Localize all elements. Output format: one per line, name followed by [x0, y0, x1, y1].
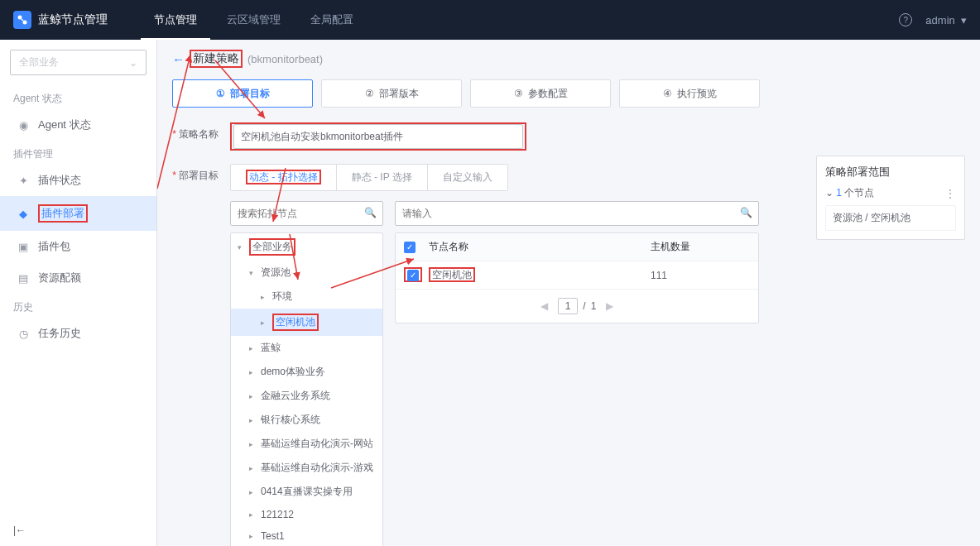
nav-node-mgmt[interactable]: 节点管理	[141, 0, 210, 40]
step-deploy-target[interactable]: ①部署目标	[172, 79, 313, 108]
pager-next[interactable]: ▶	[601, 299, 618, 314]
step-deploy-version[interactable]: ②部署版本	[321, 79, 462, 108]
col-node-name: 节点名称	[429, 240, 651, 254]
tree-node[interactable]: ▾资源池	[231, 261, 382, 285]
tree-node[interactable]: ▸空闲机池	[231, 309, 382, 336]
sidebar-item-agent-status[interactable]: ◉ Agent 状态	[0, 109, 156, 141]
row-policy-name: 策略名称	[172, 122, 965, 151]
tree-search-input[interactable]	[230, 201, 383, 226]
tree-node[interactable]: ▸121212	[231, 504, 382, 525]
more-icon[interactable]: ⋮	[945, 188, 956, 199]
pager-total: 1	[591, 300, 597, 312]
logo-icon	[13, 11, 31, 29]
tree-node[interactable]: ▸基础运维自动化演示-网站	[231, 432, 382, 456]
quota-icon: ▤	[17, 271, 30, 285]
checkbox-all[interactable]: ✓	[404, 242, 416, 253]
package-icon: ▣	[17, 240, 30, 253]
main-content: ← 新建策略 (bkmonitorbeat) ①部署目标 ②部署版本 ③参数配置…	[157, 40, 980, 546]
caret-icon: ▸	[249, 416, 257, 424]
breadcrumb: ← 新建策略 (bkmonitorbeat)	[172, 50, 965, 68]
help-icon[interactable]: ?	[899, 13, 912, 26]
target-tabs: 动态 - 拓扑选择 静态 - IP 选择 自定义输入	[230, 164, 508, 191]
tree-node[interactable]: ▸0414直播课实操专用	[231, 480, 382, 504]
tree-node[interactable]: ▸蓝鲸	[231, 336, 382, 360]
step-preview[interactable]: ④执行预览	[619, 79, 760, 108]
label-deploy-target: 部署目标	[172, 164, 230, 183]
svg-point-1	[23, 21, 27, 25]
scope-title: 策略部署范围	[825, 165, 956, 180]
caret-icon: ▸	[249, 464, 257, 472]
topo-tree: ▾全部业务▾资源池▸环境▸空闲机池▸蓝鲸▸demo体验业务▸金融云业务系统▸银行…	[230, 232, 383, 546]
search-icon: 🔍	[364, 207, 377, 218]
search-icon: 🔍	[740, 207, 752, 218]
svg-point-0	[18, 16, 22, 20]
nav-global-config[interactable]: 全局配置	[297, 0, 367, 40]
back-arrow-icon[interactable]: ←	[172, 52, 185, 66]
deploy-icon: ◆	[17, 207, 30, 220]
sidebar-collapse-toggle[interactable]: |←	[0, 515, 156, 546]
tree-node[interactable]: ▸Test1	[231, 525, 382, 546]
caret-icon: ▸	[261, 318, 269, 327]
caret-icon: ▸	[261, 293, 269, 301]
dot-circle-icon: ◉	[17, 118, 30, 132]
app-logo: 蓝鲸节点管理	[13, 11, 108, 29]
nav-cloud-area[interactable]: 云区域管理	[214, 0, 294, 40]
node-list-panel: 🔍 ✓ 节点名称 主机数量 ✓ 空闲机池 111	[395, 201, 759, 546]
pagination: ◀ 1 / 1 ▶	[396, 290, 758, 323]
tab-dynamic-topo[interactable]: 动态 - 拓扑选择	[231, 165, 337, 190]
scope-item: 资源池 / 空闲机池	[825, 205, 956, 231]
pager-current: 1	[558, 298, 579, 314]
node-table: ✓ 节点名称 主机数量 ✓ 空闲机池 111 ◀ 1	[395, 232, 759, 323]
caret-icon: ▸	[249, 488, 257, 496]
cell-host-count: 111	[651, 270, 750, 281]
tab-static-ip[interactable]: 静态 - IP 选择	[337, 165, 428, 190]
sidebar-item-resource-quota[interactable]: ▤ 资源配额	[0, 262, 156, 294]
caret-icon: ▸	[249, 510, 257, 519]
caret-icon: ▸	[249, 392, 257, 400]
business-select-placeholder: 全部业务	[19, 55, 59, 69]
business-select[interactable]: 全部业务 ⌄	[10, 50, 147, 75]
table-row[interactable]: ✓ 空闲机池 111	[396, 261, 758, 290]
tree-node[interactable]: ▸demo体验业务	[231, 360, 382, 384]
node-filter-input[interactable]	[395, 201, 759, 226]
scope-summary: ⌄ 1 个节点	[825, 186, 874, 200]
group-plugin: 插件管理	[0, 141, 156, 165]
app-header: 蓝鲸节点管理 节点管理 云区域管理 全局配置 ? admin ▾	[0, 0, 980, 40]
app-title: 蓝鲸节点管理	[38, 12, 108, 27]
pager-prev[interactable]: ◀	[536, 299, 553, 314]
user-menu[interactable]: admin ▾	[925, 14, 967, 26]
policy-name-input[interactable]	[233, 124, 523, 149]
table-header: ✓ 节点名称 主机数量	[396, 233, 758, 261]
puzzle-icon: ✦	[17, 174, 30, 187]
chevron-down-icon: ⌄	[129, 57, 137, 69]
caret-icon: ▾	[238, 243, 246, 251]
sidebar-item-plugin-status[interactable]: ✦ 插件状态	[0, 165, 156, 196]
top-nav: 节点管理 云区域管理 全局配置	[141, 0, 367, 40]
caret-icon: ▸	[249, 440, 257, 448]
label-policy-name: 策略名称	[172, 122, 230, 141]
tree-node[interactable]: ▸基础运维自动化演示-游戏	[231, 456, 382, 480]
group-history: 历史	[0, 294, 156, 318]
caret-icon: ▾	[249, 269, 257, 277]
sidebar-item-plugin-package[interactable]: ▣ 插件包	[0, 231, 156, 262]
group-agent: Agent 状态	[0, 85, 156, 109]
sidebar-item-plugin-deploy[interactable]: ◆ 插件部署	[0, 196, 156, 231]
tree-node[interactable]: ▸银行核心系统	[231, 408, 382, 432]
checkbox-row[interactable]: ✓	[407, 270, 419, 281]
topo-tree-panel: 🔍 ▾全部业务▾资源池▸环境▸空闲机池▸蓝鲸▸demo体验业务▸金融云业务系统▸…	[230, 201, 383, 546]
tree-node[interactable]: ▸金融云业务系统	[231, 384, 382, 408]
tab-custom-input[interactable]: 自定义输入	[428, 165, 507, 190]
caret-icon: ▸	[249, 344, 257, 352]
scope-card: 策略部署范围 ⌄ 1 个节点 ⋮ 资源池 / 空闲机池	[816, 156, 965, 240]
cell-node-name: 空闲机池	[429, 267, 475, 282]
tree-node[interactable]: ▸环境	[231, 285, 382, 309]
page-subtitle: (bkmonitorbeat)	[247, 53, 323, 65]
caret-icon: ▸	[249, 532, 257, 540]
header-right: ? admin ▾	[899, 13, 967, 26]
sidebar-item-task-history[interactable]: ◷ 任务历史	[0, 318, 156, 349]
tree-node[interactable]: ▾全部业务	[231, 233, 382, 261]
col-host-count: 主机数量	[651, 240, 750, 254]
step-param-config[interactable]: ③参数配置	[470, 79, 611, 108]
clock-icon: ◷	[17, 327, 30, 340]
caret-icon: ▸	[249, 368, 257, 376]
